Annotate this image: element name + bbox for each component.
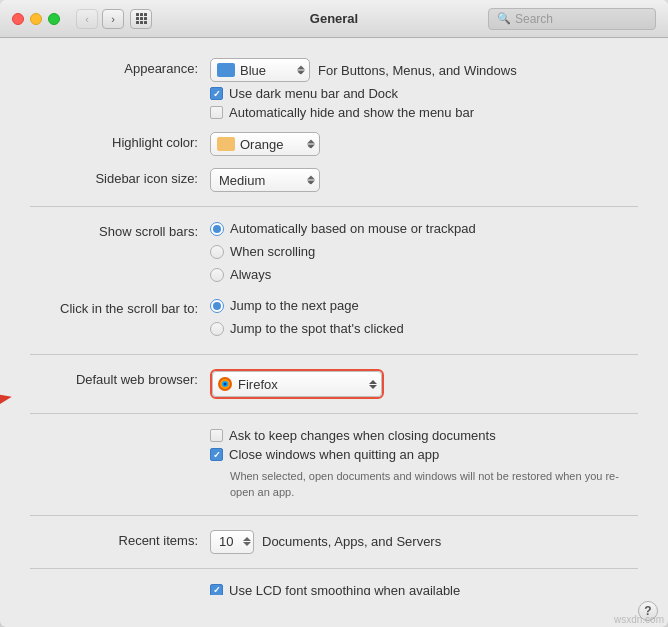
lcd-smoothing-checkbox[interactable] [210,584,223,595]
recent-items-row: Recent items: 10 Documents, Apps, and Se… [30,530,638,554]
auto-hide-menu-row: Automatically hide and show the menu bar [210,105,517,120]
jump-spot-row: Jump to the spot that's clicked [210,321,404,336]
scroll-auto-row: Automatically based on mouse or trackpad [210,221,476,236]
ask-changes-label[interactable]: Ask to keep changes when closing documen… [229,428,496,443]
recent-items-suffix: Documents, Apps, and Servers [262,534,441,549]
sidebar-icon-select-wrapper[interactable]: Medium [210,168,320,192]
firefox-browser-value: Firefox [238,377,363,392]
close-windows-row: Close windows when quitting an app [210,447,638,462]
appearance-controls: Blue For Buttons, Menus, and Windows Use… [210,58,517,120]
dark-menu-bar-label[interactable]: Use dark menu bar and Dock [229,86,398,101]
grid-icon [136,13,147,24]
highlight-controls: Orange [210,132,320,156]
arrow-down-icon [307,181,315,185]
lcd-smoothing-checkbox-row: Use LCD font smoothing when available [210,583,460,595]
firefox-icon [217,376,233,392]
highlight-color-value: Orange [240,137,283,152]
default-browser-label: Default web browser: [30,369,210,387]
window-title: General [310,11,358,26]
ask-changes-outer-row: Ask to keep changes when closing documen… [30,428,638,501]
close-windows-checkbox[interactable] [210,448,223,461]
click-scroll-controls: Jump to the next page Jump to the spot t… [210,298,404,340]
appearance-row: Appearance: Blue For Buttons, Men [30,58,638,120]
content-area: Appearance: Blue For Buttons, Men [0,38,668,595]
highlight-arrows [307,140,315,149]
maximize-button[interactable] [48,13,60,25]
sidebar-arrows [307,176,315,185]
scroll-bars-label: Show scroll bars: [30,221,210,239]
appearance-select-wrapper[interactable]: Blue [210,58,310,82]
auto-hide-menu-label[interactable]: Automatically hide and show the menu bar [229,105,474,120]
appearance-color-swatch [217,63,235,77]
separator-3 [30,413,638,414]
svg-point-3 [224,383,227,386]
search-box[interactable]: 🔍 [488,8,656,30]
ask-changes-controls: Ask to keep changes when closing documen… [210,428,638,501]
back-button[interactable]: ‹ [76,9,98,29]
watermark: wsxdn.com [614,614,664,625]
jump-page-label[interactable]: Jump to the next page [230,298,359,313]
click-scroll-row: Click in the scroll bar to: Jump to the … [30,298,638,340]
grid-button[interactable] [130,9,152,29]
dark-menu-bar-checkbox[interactable] [210,87,223,100]
jump-page-row: Jump to the next page [210,298,404,313]
ask-changes-row: Ask to keep changes when closing documen… [210,428,638,443]
arrow-up-icon [307,140,315,144]
highlight-color-label: Highlight color: [30,132,210,150]
recent-items-controls: 10 Documents, Apps, and Servers [210,530,441,554]
scroll-auto-radio[interactable] [210,222,224,236]
appearance-value: Blue [240,63,266,78]
separator-2 [30,354,638,355]
appearance-label: Appearance: [30,58,210,76]
recent-items-input-wrapper[interactable]: 10 [210,530,254,554]
scroll-when-label[interactable]: When scrolling [230,244,315,259]
firefox-select-inner[interactable]: Firefox [212,371,382,397]
scroll-auto-label[interactable]: Automatically based on mouse or trackpad [230,221,476,236]
minimize-button[interactable] [30,13,42,25]
sidebar-icon-label: Sidebar icon size: [30,168,210,186]
scroll-when-radio[interactable] [210,245,224,259]
jump-spot-label[interactable]: Jump to the spot that's clicked [230,321,404,336]
separator-5 [30,568,638,569]
bottom-bar: ? [0,595,668,627]
traffic-lights [12,13,60,25]
arrow-up-icon [297,66,305,70]
ask-changes-checkbox[interactable] [210,429,223,442]
scroll-always-label[interactable]: Always [230,267,271,282]
arrow-down-icon [307,145,315,149]
lcd-smoothing-spacer [30,583,210,586]
scroll-bars-controls: Automatically based on mouse or trackpad… [210,221,476,286]
lcd-smoothing-label[interactable]: Use LCD font smoothing when available [229,583,460,595]
default-browser-row: Default web browser: [30,369,638,399]
appearance-arrows [297,66,305,75]
separator-1 [30,206,638,207]
highlight-select-wrapper[interactable]: Orange [210,132,320,156]
recent-items-value: 10 [219,534,233,549]
close-windows-label[interactable]: Close windows when quitting an app [229,447,439,462]
separator-4 [30,515,638,516]
highlight-color-row: Highlight color: Orange [30,132,638,156]
appearance-description: For Buttons, Menus, and Windows [318,63,517,78]
scroll-always-radio[interactable] [210,268,224,282]
titlebar: ‹ › General 🔍 [0,0,668,38]
scroll-when-row: When scrolling [210,244,476,259]
sidebar-icon-controls: Medium [210,168,320,192]
nav-buttons: ‹ › [76,9,124,29]
search-input[interactable] [515,12,647,26]
number-down-arrow-icon[interactable] [243,542,251,546]
number-up-arrow-icon[interactable] [243,537,251,541]
forward-button[interactable]: › [102,9,124,29]
recent-items-arrows [243,531,251,553]
jump-page-radio[interactable] [210,299,224,313]
sidebar-icon-row: Sidebar icon size: Medium [30,168,638,192]
click-scroll-label: Click in the scroll bar to: [30,298,210,316]
browser-arrow-down-icon [369,385,377,389]
arrow-down-icon [297,71,305,75]
firefox-browser-select-wrapper[interactable]: Firefox [210,369,384,399]
auto-hide-menu-checkbox[interactable] [210,106,223,119]
sidebar-icon-value: Medium [219,173,265,188]
jump-spot-radio[interactable] [210,322,224,336]
scroll-bars-row: Show scroll bars: Automatically based on… [30,221,638,286]
highlight-color-swatch [217,137,235,151]
close-button[interactable] [12,13,24,25]
